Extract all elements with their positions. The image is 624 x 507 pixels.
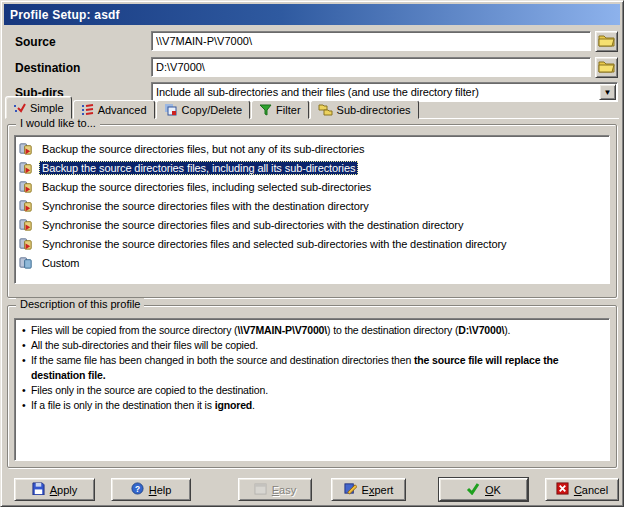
folder-icon [598,33,615,50]
help-icon: ? [131,482,144,497]
list-item-label: Backup the source directories files, inc… [39,180,374,194]
tab-simple[interactable]: Simple [5,96,72,119]
description-line: All the sub-directories and their files … [17,338,603,353]
tab-copy-delete-label: Copy/Delete [182,104,243,116]
profile-setup-window: Profile Setup: asdf Source Destination S… [0,0,624,507]
source-browse-button[interactable] [595,31,618,52]
destination-input[interactable] [151,57,591,77]
backup-icon [19,198,34,213]
backup-icon [19,160,34,175]
description-line: Files only in the source are copied to t… [17,383,603,398]
tab-advanced[interactable]: Advanced [73,100,155,119]
backup-icon [19,179,34,194]
filter-icon [259,104,272,116]
easy-button[interactable]: Easy [238,478,312,501]
backup-icon [19,141,34,156]
tab-filter[interactable]: Filter [251,100,308,119]
list-item[interactable]: Synchronise the source directories files… [15,234,609,253]
list-item-selected[interactable]: Backup the source directories files, inc… [15,158,609,177]
check-icon [13,102,26,114]
ok-button[interactable]: OK [439,478,528,501]
list-item-label: Backup the source directories files, but… [39,142,367,156]
check-green-icon [466,482,480,497]
destination-label: Destination [15,61,80,75]
folder-icon [598,59,615,76]
cancel-icon [556,482,569,497]
expert-button[interactable]: Expert [331,478,406,501]
list-item[interactable]: Backup the source directories files, inc… [15,177,609,196]
tab-sub-directories[interactable]: Sub-directories [310,100,419,119]
profile-type-list: Backup the source directories files, but… [14,135,610,284]
tab-filter-label: Filter [276,104,300,116]
easy-icon [254,483,267,497]
cancel-button[interactable]: Cancel [545,478,619,501]
window-title: Profile Setup: asdf [10,8,120,22]
titlebar: Profile Setup: asdf [4,4,620,25]
folders-icon [318,104,333,116]
copy-icon [164,103,178,116]
backup-icon [19,236,34,251]
would-like-group: I would like to... Backup the source dir… [7,124,617,298]
list-item-label: Synchronise the source directories files… [39,218,466,232]
description-line: If the same file has been changed in bot… [17,353,603,383]
list-item-label: Custom [39,256,82,270]
list-item-label: Synchronise the source directories files… [39,199,372,213]
tab-bar: Simple Advanced Copy/Delete Filter Sub-d… [5,96,619,119]
expert-icon [344,482,357,497]
description-panel: Files will be copied from the source dir… [14,318,610,461]
backup-icon [19,217,34,232]
tab-sub-directories-label: Sub-directories [337,104,411,116]
list-item-label: Synchronise the source directories files… [39,237,509,251]
list-item[interactable]: Synchronise the source directories files… [15,215,609,234]
description-line: If a file is only in the destination the… [17,398,603,413]
help-button[interactable]: ? Help [111,478,191,501]
apply-button[interactable]: Apply [14,478,95,501]
source-input[interactable] [151,31,591,51]
floppy-icon [32,482,45,497]
list-item-label: Backup the source directories files, inc… [39,161,358,175]
advanced-list-icon [81,104,94,116]
destination-browse-button[interactable] [595,57,618,78]
source-label: Source [15,35,56,49]
tab-simple-label: Simple [30,102,64,114]
description-list: Files will be copied from the source dir… [17,323,603,413]
list-item[interactable]: Custom [15,253,609,272]
list-item[interactable]: Backup the source directories files, but… [15,139,609,158]
description-line: Files will be copied from the source dir… [17,323,603,338]
custom-icon [19,255,34,270]
description-group-label: Description of this profile [16,298,144,310]
tab-advanced-label: Advanced [98,104,147,116]
tab-copy-delete[interactable]: Copy/Delete [156,100,251,119]
list-item[interactable]: Synchronise the source directories files… [15,196,609,215]
description-group: Description of this profile Files will b… [7,305,617,468]
svg-text:?: ? [135,484,140,494]
